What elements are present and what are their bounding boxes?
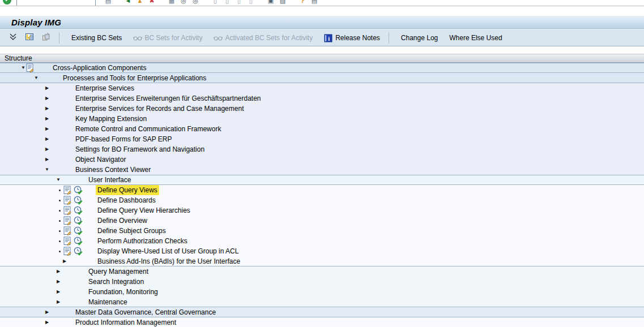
tree-node-label[interactable]: Define Overview	[96, 216, 149, 226]
expand-node-icon[interactable]: ▶	[43, 317, 51, 327]
enter-icon[interactable]: ✔	[3, 0, 11, 5]
first-page-icon[interactable]: ▯	[211, 0, 220, 5]
tree-row[interactable]: ▶Enterprise Services	[0, 83, 644, 93]
tree-row[interactable]: ▼User Interface	[0, 175, 644, 185]
tree-row[interactable]: Define Overview	[0, 216, 644, 226]
tree-row[interactable]: Define Subject Groups	[0, 226, 644, 236]
tree-node-label[interactable]: Search Integration	[87, 277, 146, 287]
expand-node-icon[interactable]: ▶	[43, 104, 51, 114]
expand-node-icon[interactable]: ▶	[43, 154, 51, 165]
tree-row[interactable]: ▶PDF-based Forms for SAP ERP	[0, 134, 644, 144]
tree-node-label[interactable]: Settings for BO Framework and Navigation	[74, 144, 206, 154]
expand-node-icon[interactable]: ▶	[43, 83, 51, 93]
customize-layout-icon[interactable]: ▤	[310, 0, 319, 5]
tree-row[interactable]: Define Dashboards	[0, 195, 644, 205]
tree-node-label[interactable]: Remote Control and Communication Framewo…	[74, 124, 223, 134]
create-shortcut-icon[interactable]: ▨	[278, 0, 287, 5]
expand-node-icon[interactable]: ▶	[43, 134, 51, 144]
tree-node-label[interactable]: Master Data Governance, Central Governan…	[74, 307, 217, 317]
img-documentation-icon[interactable]	[25, 63, 35, 72]
tree-node-label[interactable]: User Interface	[87, 175, 133, 185]
last-page-icon[interactable]: ▯	[246, 0, 255, 5]
tree-node-label[interactable]: PDF-based Forms for SAP ERP	[74, 134, 174, 144]
where-else-used-button[interactable]: Where Else Used	[443, 32, 507, 44]
tree-node-label[interactable]: Processes and Tools for Enterprise Appli…	[61, 73, 208, 83]
tree-node-label[interactable]: Define Query View Hierarchies	[96, 205, 192, 216]
collapse-node-icon[interactable]: ▼	[43, 165, 51, 175]
tree-node-label[interactable]: Business Context Viewer	[74, 165, 152, 175]
expand-node-icon[interactable]: ▶	[43, 124, 51, 134]
collapse-node-icon[interactable]: ▼	[54, 175, 62, 185]
expand-node-icon[interactable]: ▶	[54, 287, 62, 297]
tree-row[interactable]: ▶Remote Control and Communication Framew…	[0, 124, 644, 134]
tree-row[interactable]: ▶Master Data Governance, Central Governa…	[0, 307, 644, 317]
execute-activity-icon[interactable]	[74, 226, 83, 235]
tree-row[interactable]: ▶Enterprise Services for Records and Cas…	[0, 104, 644, 114]
tree-node-label[interactable]: Product Information Management	[74, 317, 178, 327]
img-documentation-icon[interactable]	[63, 226, 72, 235]
expand-node-icon[interactable]: ▶	[43, 144, 51, 154]
tree-row[interactable]: ▶Maintenance	[0, 297, 644, 307]
img-documentation-icon[interactable]	[63, 216, 72, 225]
tree-node-label[interactable]: Display Where-Used List of User Group in…	[96, 246, 240, 256]
tree-row[interactable]: ▶Foundation, Monitoring	[0, 287, 644, 297]
expand-node-icon[interactable]: ▶	[54, 266, 62, 277]
tree-node-label[interactable]: Maintenance	[87, 297, 129, 307]
tree-node-label[interactable]: Key Mapping Extension	[74, 114, 148, 124]
tree-row[interactable]: ▼Cross-Application Components	[0, 63, 644, 73]
existing-bc-sets-button[interactable]: Existing BC Sets	[66, 32, 127, 44]
collapse-node-icon[interactable]: ▼	[32, 73, 40, 83]
activated-bc-sets-for-activity-button[interactable]: Activated BC Sets for Activity	[208, 32, 318, 44]
expand-node-icon[interactable]: ▶	[54, 297, 62, 307]
tree-node-label[interactable]: Enterprise Services for Records and Case…	[74, 104, 245, 114]
find-next-icon[interactable]: ◎	[191, 0, 200, 5]
release-notes-button[interactable]: iRelease Notes	[318, 32, 386, 44]
execute-activity-icon[interactable]	[74, 206, 83, 215]
copy-button[interactable]	[40, 32, 52, 44]
tree-row[interactable]: Define Query View Hierarchies	[0, 205, 644, 216]
tree-row[interactable]: ▶Business Add-Ins (BAdIs) for the User I…	[0, 256, 644, 266]
expand-node-icon[interactable]: ▶	[54, 277, 62, 287]
execute-activity-icon[interactable]	[74, 196, 83, 205]
tree-row[interactable]: ▶Object Navigator	[0, 154, 644, 165]
expand-node-icon[interactable]: ▶	[43, 307, 51, 317]
tree-node-label[interactable]: Define Dashboards	[96, 195, 157, 205]
expand-node-icon[interactable]: ▶	[43, 114, 51, 124]
img-documentation-icon[interactable]	[63, 196, 72, 205]
tree-row[interactable]: Display Where-Used List of User Group in…	[0, 246, 644, 256]
execute-activity-icon[interactable]	[74, 236, 83, 246]
execute-activity-icon[interactable]	[74, 247, 83, 256]
tree-node-label[interactable]: Business Add-Ins (BAdIs) for the User In…	[96, 256, 242, 266]
expand-node-icon[interactable]: ▶	[61, 256, 69, 266]
page-down-icon[interactable]: ▯	[234, 0, 244, 5]
tree-row[interactable]: Define Query Views	[0, 185, 644, 195]
tree-row[interactable]: ▼Business Context Viewer	[0, 165, 644, 175]
find-icon[interactable]: ◎	[179, 0, 188, 5]
display-bc-set-button[interactable]	[23, 32, 36, 44]
expand-hierarchy-button[interactable]	[7, 32, 19, 44]
new-session-icon[interactable]: ▣	[266, 0, 275, 5]
save-icon[interactable]: ▤	[104, 0, 113, 5]
tree-node-label[interactable]: Cross-Application Components	[51, 63, 148, 73]
command-field[interactable]	[16, 0, 96, 6]
exit-icon[interactable]: ▲	[135, 0, 144, 5]
change-log-button[interactable]: Change Log	[395, 32, 443, 44]
help-icon[interactable]: ?	[298, 0, 307, 5]
execute-activity-icon[interactable]	[74, 186, 83, 195]
img-documentation-icon[interactable]	[63, 247, 72, 256]
expand-node-icon[interactable]: ▶	[43, 93, 51, 104]
tree-row[interactable]: ▼Processes and Tools for Enterprise Appl…	[0, 73, 644, 83]
tree-node-label[interactable]: Enterprise Services	[74, 83, 136, 93]
tree-node-label[interactable]: Query Management	[87, 266, 150, 277]
page-up-icon[interactable]: ▯	[223, 0, 232, 5]
tree-node-label[interactable]: Foundation, Monitoring	[87, 287, 160, 297]
tree-row[interactable]: ▶Enterprise Services Erweiterungen für G…	[0, 93, 644, 104]
print-icon[interactable]: ▦	[167, 0, 176, 5]
tree-node-label[interactable]: Define Subject Groups	[96, 226, 168, 236]
tree-node-label[interactable]: Perform Authorization Checks	[96, 236, 189, 246]
tree-row[interactable]: ▶Search Integration	[0, 277, 644, 287]
tree-row[interactable]: ▶Query Management	[0, 266, 644, 277]
cancel-icon[interactable]: ✖	[147, 0, 156, 5]
img-documentation-icon[interactable]	[63, 236, 72, 246]
tree-node-label[interactable]: Object Navigator	[74, 154, 127, 165]
